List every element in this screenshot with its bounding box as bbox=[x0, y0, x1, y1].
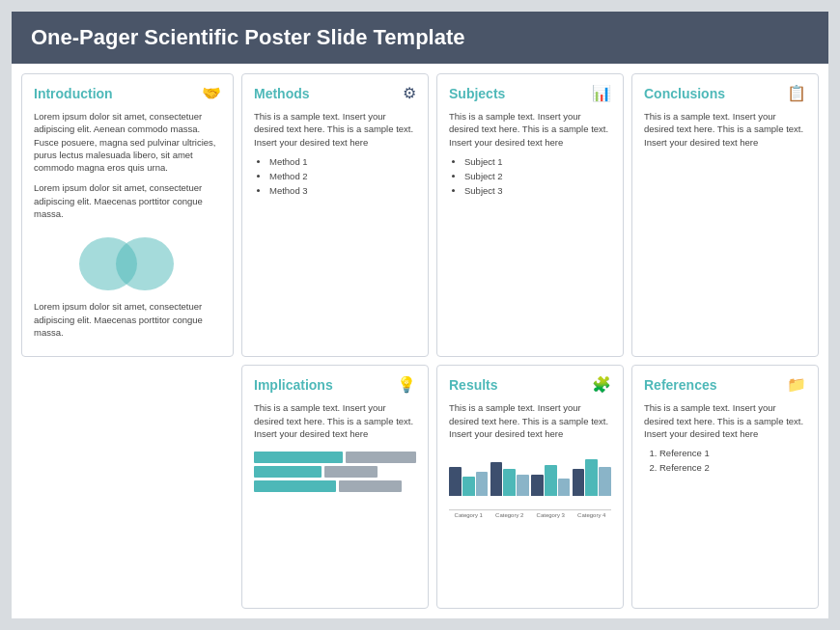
methods-card: Methods ⚙ This is a sample text. Insert … bbox=[241, 73, 429, 357]
col-label-4: Category 4 bbox=[573, 512, 612, 518]
reference-1: Reference 1 bbox=[659, 446, 806, 460]
bar-teal-1 bbox=[254, 452, 343, 463]
references-card: References 📁 This is a sample text. Inse… bbox=[631, 365, 819, 609]
row-1: Introduction 🤝 Lorem ipsum dolor sit ame… bbox=[21, 73, 819, 357]
slide-header: One-Pager Scientific Poster Slide Templa… bbox=[12, 12, 828, 64]
subject-2: Subject 2 bbox=[464, 169, 611, 183]
puzzle-icon: 🧩 bbox=[592, 375, 611, 394]
references-header: References 📁 bbox=[644, 375, 806, 394]
conclusions-body: This is a sample text. Insert your desir… bbox=[644, 110, 806, 149]
col-group-3 bbox=[531, 465, 571, 496]
implications-title: Implications bbox=[254, 377, 333, 393]
lightbulb-icon: 💡 bbox=[397, 375, 416, 394]
bar-teal-3 bbox=[254, 480, 336, 492]
col-light-4 bbox=[599, 467, 611, 496]
references-title: References bbox=[644, 377, 717, 393]
gear-icon: ⚙ bbox=[403, 84, 416, 102]
col-light-3 bbox=[558, 479, 571, 496]
conclusions-header: Conclusions 📋 bbox=[644, 84, 806, 102]
col-group-4 bbox=[573, 459, 612, 496]
venn-circle-right bbox=[116, 237, 174, 290]
results-column-chart: Category 1 Category 2 Category 3 Categor… bbox=[449, 450, 611, 518]
col-light-2 bbox=[517, 475, 529, 496]
col-label-1: Category 1 bbox=[449, 512, 489, 518]
col-chart bbox=[449, 457, 611, 510]
introduction-header: Introduction 🤝 bbox=[34, 84, 221, 102]
col-light-1 bbox=[476, 472, 489, 496]
results-header: Results 🧩 bbox=[449, 375, 611, 394]
methods-header: Methods ⚙ bbox=[254, 84, 416, 102]
col-teal-3 bbox=[545, 465, 557, 496]
slide-inner: One-Pager Scientific Poster Slide Templa… bbox=[12, 12, 828, 618]
method-2: Method 2 bbox=[269, 169, 416, 183]
bar-gray-2 bbox=[324, 466, 378, 478]
conclusions-title: Conclusions bbox=[644, 86, 725, 101]
results-title: Results bbox=[449, 377, 498, 393]
col-label-3: Category 3 bbox=[531, 512, 571, 518]
subject-3: Subject 3 bbox=[464, 183, 611, 198]
slide-wrapper: One-Pager Scientific Poster Slide Templa… bbox=[0, 0, 840, 630]
col-dark-3 bbox=[531, 475, 544, 496]
introduction-card: Introduction 🤝 Lorem ipsum dolor sit ame… bbox=[21, 73, 234, 357]
folder-icon: 📁 bbox=[787, 375, 806, 394]
introduction-text1: Lorem ipsum dolor sit amet, consectetuer… bbox=[34, 110, 221, 174]
reference-2: Reference 2 bbox=[659, 460, 806, 475]
slide-body: Introduction 🤝 Lorem ipsum dolor sit ame… bbox=[12, 64, 828, 618]
chart-icon: 📊 bbox=[592, 84, 611, 102]
slide-title: One-Pager Scientific Poster Slide Templa… bbox=[31, 25, 465, 49]
bar-row-1 bbox=[254, 452, 416, 463]
implications-bar-chart bbox=[254, 452, 416, 495]
venn-diagram bbox=[34, 237, 221, 290]
col-teal-4 bbox=[585, 459, 598, 496]
col-dark-4 bbox=[573, 469, 585, 496]
methods-body: This is a sample text. Insert your desir… bbox=[254, 110, 416, 149]
subjects-header: Subjects 📊 bbox=[449, 84, 611, 102]
references-list: Reference 1 Reference 2 bbox=[644, 446, 806, 475]
col-teal-1 bbox=[462, 477, 475, 496]
col-teal-2 bbox=[503, 469, 516, 496]
handshake-icon: 🤝 bbox=[202, 84, 221, 102]
methods-list: Method 1 Method 2 Method 3 bbox=[254, 154, 416, 199]
implications-body: This is a sample text. Insert your desir… bbox=[254, 401, 416, 440]
bar-gray-1 bbox=[346, 452, 416, 463]
method-3: Method 3 bbox=[269, 183, 416, 198]
intro-spacer bbox=[21, 365, 234, 609]
bar-row-3 bbox=[254, 480, 416, 492]
col-labels: Category 1 Category 2 Category 3 Categor… bbox=[449, 512, 611, 518]
bar-row-2 bbox=[254, 466, 416, 478]
references-body: This is a sample text. Insert your desir… bbox=[644, 401, 806, 440]
subjects-list: Subject 1 Subject 2 Subject 3 bbox=[449, 154, 611, 199]
subjects-body: This is a sample text. Insert your desir… bbox=[449, 110, 611, 149]
introduction-text2: Lorem ipsum dolor sit amet, consectetuer… bbox=[34, 181, 221, 220]
subjects-title: Subjects bbox=[449, 86, 505, 101]
clipboard-icon: 📋 bbox=[787, 84, 806, 102]
implications-card: Implications 💡 This is a sample text. In… bbox=[241, 365, 429, 609]
col-label-2: Category 2 bbox=[490, 512, 530, 518]
col-dark-2 bbox=[490, 462, 503, 496]
row-2: Implications 💡 This is a sample text. In… bbox=[21, 365, 819, 609]
implications-header: Implications 💡 bbox=[254, 375, 416, 394]
venn-circles bbox=[79, 237, 176, 290]
methods-title: Methods bbox=[254, 86, 310, 101]
introduction-title: Introduction bbox=[34, 86, 113, 101]
col-group-2 bbox=[490, 462, 530, 496]
results-body: This is a sample text. Insert your desir… bbox=[449, 401, 611, 440]
introduction-text3: Lorem ipsum dolor sit amet, consectetuer… bbox=[34, 300, 221, 339]
col-group-1 bbox=[449, 467, 489, 496]
method-1: Method 1 bbox=[269, 154, 416, 169]
subject-1: Subject 1 bbox=[464, 154, 611, 169]
conclusions-card: Conclusions 📋 This is a sample text. Ins… bbox=[631, 73, 819, 357]
subjects-card: Subjects 📊 This is a sample text. Insert… bbox=[436, 73, 624, 357]
col-dark-1 bbox=[449, 467, 462, 496]
results-card: Results 🧩 This is a sample text. Insert … bbox=[436, 365, 624, 609]
bar-teal-2 bbox=[254, 466, 322, 478]
bar-gray-3 bbox=[339, 480, 402, 492]
